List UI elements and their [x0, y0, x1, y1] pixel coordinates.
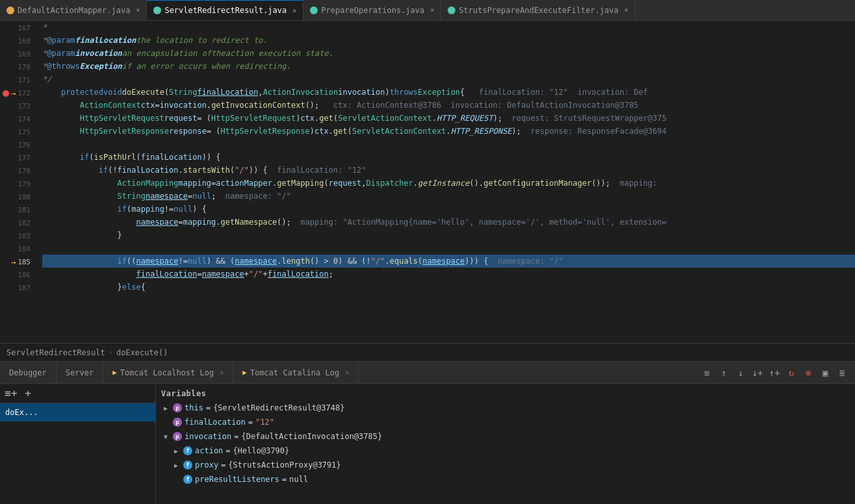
toolbar-resume-btn[interactable]: ↑ [716, 365, 732, 381]
code-line-174: HttpServletRequest request = (HttpServle… [42, 112, 855, 125]
tab-icon-defaultactionmapper [6, 6, 14, 14]
tab-debugger[interactable]: Debugger [0, 362, 57, 384]
line-185: → 185 [0, 256, 31, 269]
current-line-arrow: → [11, 87, 16, 100]
var-finallocation[interactable]: ▶ p finalLocation = "12" [156, 415, 855, 429]
toolbar-menu-btn[interactable]: ≡ [699, 365, 715, 381]
tab-close-servletredirectresult[interactable]: × [292, 7, 296, 14]
variables-panel: ≡+ + doEx... Variables ▶ p this = {Servl… [0, 384, 855, 504]
var-action-eq: = [225, 446, 230, 455]
toolbar-frames-btn[interactable]: ▣ [817, 365, 833, 381]
toolbar-stop-btn[interactable]: ⊗ [800, 365, 816, 381]
var-proxy[interactable]: ▶ f proxy = {StrutsActionProxy@3791} [156, 458, 855, 472]
code-line-178: if (!finalLocation.startsWith("/")) { fi… [42, 164, 855, 177]
var-finallocation-type-icon: p [173, 418, 182, 427]
tab-label-prepareoperations: PrepareOperations.java [321, 6, 424, 15]
code-line-175: HttpServletResponse response = (HttpServ… [42, 125, 855, 138]
line-181: 181 [0, 204, 31, 217]
tab-close-strutsprepareandexecutefilter[interactable]: × [624, 6, 628, 14]
code-line-185: if ((namespace != null) && (namespace.le… [42, 255, 855, 268]
code-line-181: if (mapping != null) { [42, 203, 855, 216]
var-add-icon[interactable]: + [21, 386, 35, 401]
tab-tomcat-localhost[interactable]: ▶ Tomcat Localhost Log × [103, 362, 233, 384]
debug-arrow-185: → [11, 256, 16, 269]
var-preresultlisteners[interactable]: ▶ f preResultListeners = null [156, 472, 855, 486]
var-action-name: action [195, 446, 223, 455]
code-line-168: * @param finalLocation the location to r… [42, 34, 855, 47]
toolbar-settings-btn[interactable]: ≣ [834, 365, 850, 381]
line-169: 169 [0, 48, 31, 61]
tab-prepareoperations[interactable]: PrepareOperations.java × [303, 0, 441, 21]
tab-label-servletredirectresult: ServletRedirectResult.java [164, 6, 287, 15]
call-stack-doexecute[interactable]: doEx... [0, 403, 155, 422]
tab-strutsprepareandexecutefilter[interactable]: StrutsPrepareAndExecuteFilter.java × [441, 0, 635, 21]
tab-label-strutsprepareandexecutefilter: StrutsPrepareAndExecuteFilter.java [459, 6, 619, 15]
toolbar-pause-btn[interactable]: ↓ [733, 365, 748, 381]
var-invocation-type-icon: p [173, 432, 182, 441]
code-line-173: ActionContext ctx = invocation.getInvoca… [42, 99, 855, 112]
sidebar-left: ≡+ + doEx... [0, 384, 156, 504]
code-line-177: if (isPathUrl(finalLocation)) { [42, 151, 855, 164]
var-action-val: {Hello@3790} [233, 446, 290, 455]
breadcrumb-method: doExecute() [116, 348, 168, 357]
tomcat-catalina-icon: ▶ [242, 368, 247, 377]
code-editor[interactable]: * * @param finalLocation the location to… [36, 21, 855, 343]
tab-server[interactable]: Server [57, 362, 103, 384]
code-line-187: } else { [42, 281, 855, 294]
toolbar-step-over-btn[interactable]: ↓+ [750, 365, 765, 381]
tab-close-defaultactionmapper[interactable]: × [136, 6, 140, 14]
var-action[interactable]: ▶ f action = {Hello@3790} [156, 444, 855, 458]
breadcrumb-class: ServletRedirectResult [6, 348, 105, 357]
line-186: 186 [0, 269, 31, 282]
breadcrumb: ServletRedirectResult › doExecute() [0, 343, 855, 361]
tab-tomcat-catalina[interactable]: ▶ Tomcat Catalina Log × [233, 362, 359, 384]
editor-area: 167 168 169 170 171 → 172 173 174 175 17… [0, 21, 855, 343]
call-stack-label: doEx... [5, 408, 38, 417]
tab-label-defaultactionmapper: DefaultActionMapper.java [18, 6, 130, 15]
line-167: 167 [0, 22, 31, 35]
var-invocation-val: {DefaultActionInvocation@3785} [241, 432, 382, 441]
tab-debugger-label: Debugger [9, 368, 47, 377]
code-line-167: * [42, 21, 855, 34]
line-numbers: 167 168 169 170 171 → 172 173 174 175 17… [0, 21, 36, 343]
line-171: 171 [0, 74, 31, 87]
var-proxy-expand[interactable]: ▶ [172, 460, 181, 470]
code-line-183: } [42, 229, 855, 242]
var-this-expand[interactable]: ▶ [161, 403, 170, 412]
var-action-expand[interactable]: ▶ [172, 446, 181, 455]
line-172: → 172 [0, 87, 31, 100]
var-toolbar: ≡+ + [0, 384, 155, 403]
line-184: 184 [0, 243, 31, 256]
var-preresultlisteners-name: preResultListeners [195, 475, 279, 484]
tab-tomcat-catalina-label: Tomcat Catalina Log [250, 368, 339, 377]
tab-servletredirectresult[interactable]: ServletRedirectResult.java × [147, 0, 303, 21]
var-invocation-eq: = [234, 432, 238, 441]
code-line-171: */ [42, 73, 855, 86]
tab-icon-prepareoperations [310, 6, 318, 14]
toolbar-step-out-btn[interactable]: ↻ [784, 365, 799, 381]
var-this[interactable]: ▶ p this = {ServletRedirectResult@3748} [156, 401, 855, 415]
tab-icon-strutsprepareandexecutefilter [448, 6, 455, 14]
var-invocation-expand[interactable]: ▼ [161, 432, 170, 441]
tab-tomcat-localhost-label: Tomcat Localhost Log [120, 368, 214, 377]
var-list-icon[interactable]: ≡+ [4, 386, 18, 401]
tab-defaultactionmapper[interactable]: DefaultActionMapper.java × [0, 0, 147, 21]
var-invocation[interactable]: ▼ p invocation = {DefaultActionInvocatio… [156, 429, 855, 444]
line-175: 175 [0, 126, 31, 139]
var-proxy-type-icon: f [183, 460, 192, 470]
var-proxy-val: {StrutsActionProxy@3791} [228, 460, 340, 470]
bottom-panel: Debugger Server ▶ Tomcat Localhost Log ×… [0, 361, 855, 504]
code-line-182: namespace = mapping.getNamespace(); mapp… [42, 216, 855, 229]
tomcat-localhost-icon: ▶ [112, 368, 117, 377]
bottom-toolbar: ≡ ↑ ↓ ↓+ ↑+ ↻ ⊗ ▣ ≣ [699, 365, 855, 381]
var-preresultlisteners-val: null [289, 475, 308, 484]
variables-section-label: Variables [156, 386, 855, 401]
tab-tomcat-catalina-close[interactable]: × [345, 369, 349, 376]
tab-close-prepareoperations[interactable]: × [430, 6, 434, 14]
tab-tomcat-localhost-close[interactable]: × [220, 369, 223, 376]
line-174: 174 [0, 113, 31, 126]
var-action-type-icon: f [183, 446, 192, 455]
toolbar-step-into-btn[interactable]: ↑+ [767, 365, 782, 381]
breakpoint-icon-172[interactable] [3, 90, 9, 97]
code-line-184 [42, 242, 855, 255]
